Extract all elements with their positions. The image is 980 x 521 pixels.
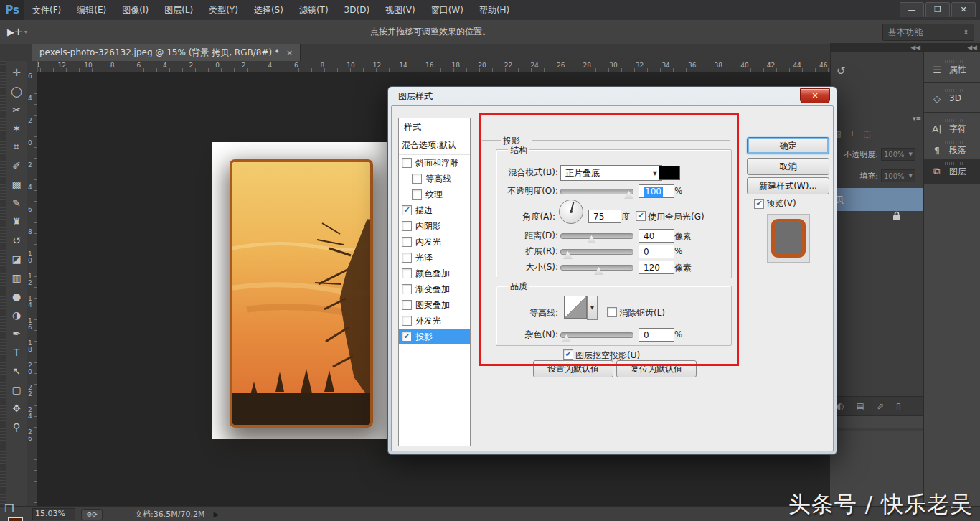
zoom-tool[interactable]: ⚲ bbox=[6, 418, 27, 436]
contour-thumbnail[interactable] bbox=[564, 296, 587, 319]
preview-checkbox[interactable] bbox=[754, 199, 764, 209]
dialog-close-button[interactable]: ✕ bbox=[800, 88, 830, 103]
panel-footer-icon-3[interactable]: ▯ bbox=[896, 401, 901, 411]
minimize-button[interactable]: — bbox=[900, 2, 924, 17]
angle-input[interactable]: 75 bbox=[588, 210, 621, 223]
layers-panel-resize[interactable] bbox=[831, 415, 924, 428]
reset-default-button[interactable]: 复位为默认值 bbox=[616, 360, 697, 377]
hand-tool[interactable]: ✥ bbox=[6, 399, 27, 417]
panel-footer-icon-0[interactable]: ◐ bbox=[837, 401, 844, 411]
workspace-switcher[interactable]: 基本功能 ⇕ bbox=[882, 24, 974, 41]
crop-tool[interactable]: ⌗ bbox=[6, 138, 27, 156]
blur-tool[interactable]: ● bbox=[6, 287, 27, 305]
menu-item-8[interactable]: 视图(V) bbox=[377, 0, 423, 20]
ok-button[interactable]: 确定 bbox=[747, 137, 829, 154]
healing-brush-tool[interactable]: ▩ bbox=[6, 175, 27, 193]
menu-item-7[interactable]: 3D(D) bbox=[336, 0, 377, 20]
lock-option-icon-1[interactable]: T bbox=[849, 129, 854, 139]
vruler-number: 10 bbox=[28, 251, 34, 264]
tab-close-icon[interactable]: × bbox=[286, 48, 293, 57]
gradient-tool[interactable]: ▥ bbox=[6, 268, 27, 286]
set-default-button[interactable]: 设置为默认值 bbox=[533, 360, 613, 377]
angle-dial[interactable] bbox=[559, 200, 583, 224]
restore-button[interactable]: ❐ bbox=[925, 2, 950, 17]
menu-item-0[interactable]: 文件(F) bbox=[24, 0, 69, 20]
shadow-color-swatch[interactable] bbox=[659, 166, 680, 180]
style-item-checkbox[interactable] bbox=[402, 284, 412, 294]
opacity-input[interactable]: 100 bbox=[639, 184, 674, 198]
dodge-tool[interactable]: ◑ bbox=[6, 306, 27, 324]
selected-layer-row[interactable]: 贝 bbox=[831, 188, 924, 211]
hruler-number: 22 bbox=[504, 62, 512, 69]
move-tool[interactable]: ✛ bbox=[6, 63, 27, 81]
opacity-slider[interactable] bbox=[560, 189, 633, 194]
foreground-color-swatch[interactable] bbox=[8, 517, 23, 521]
distance-label: 距离(D): bbox=[492, 230, 558, 242]
noise-slider[interactable] bbox=[560, 332, 633, 338]
history-brush-tool[interactable]: ↺ bbox=[6, 231, 27, 249]
marquee-tool[interactable]: ◯ bbox=[6, 82, 27, 100]
distance-slider[interactable] bbox=[560, 233, 633, 239]
opacity-slider-thumb[interactable] bbox=[624, 191, 633, 199]
menu-item-9[interactable]: 窗口(W) bbox=[423, 0, 471, 20]
size-slider[interactable] bbox=[560, 265, 633, 271]
screen-mode-button[interactable]: ❐ bbox=[4, 502, 14, 515]
menu-item-4[interactable]: 类型(Y) bbox=[201, 0, 246, 20]
panel-footer-icon-1[interactable]: ▤ bbox=[856, 401, 864, 411]
new-style-button[interactable]: 新建样式(W)... bbox=[747, 177, 829, 194]
type-tool[interactable]: T bbox=[6, 343, 27, 361]
menu-item-2[interactable]: 图像(I) bbox=[114, 0, 156, 20]
distance-slider-thumb[interactable] bbox=[587, 235, 596, 243]
panel-collapse-arrows-icon[interactable]: ◀◀ bbox=[831, 43, 924, 52]
dock-collapse-arrows-icon[interactable]: ◀◀ bbox=[924, 43, 980, 52]
style-item-8[interactable]: 渐变叠加 bbox=[399, 281, 470, 297]
menu-item-6[interactable]: 滤镜(T) bbox=[291, 0, 336, 20]
contour-dropdown-arrow[interactable]: ▼ bbox=[587, 296, 598, 320]
eraser-tool[interactable]: ◪ bbox=[6, 250, 27, 268]
noise-input[interactable]: 0 bbox=[639, 328, 674, 342]
clone-stamp-tool[interactable]: ♜ bbox=[6, 212, 27, 230]
pen-tool[interactable]: ✒ bbox=[6, 324, 27, 342]
photo-layer[interactable] bbox=[230, 159, 373, 428]
lock-option-icon-2[interactable]: ⬚ bbox=[863, 129, 870, 139]
blending-options-item[interactable]: 混合选项:默认 bbox=[399, 136, 470, 155]
close-button[interactable]: ✕ bbox=[951, 2, 976, 17]
opacity-field[interactable]: 100% ▼ bbox=[881, 148, 915, 161]
menu-item-5[interactable]: 选择(S) bbox=[246, 0, 291, 20]
history-icon[interactable]: ↺ bbox=[837, 65, 846, 78]
anti-alias-checkbox[interactable] bbox=[607, 307, 617, 317]
dialog-title-bar[interactable]: 图层样式 bbox=[388, 87, 837, 105]
shape-tool[interactable]: ▢ bbox=[6, 380, 27, 398]
brush-tool[interactable]: ✎ bbox=[6, 194, 27, 212]
global-light-checkbox[interactable] bbox=[636, 211, 646, 221]
eyedropper-tool[interactable]: ✐ bbox=[6, 156, 27, 174]
menu-item-1[interactable]: 编辑(E) bbox=[69, 0, 114, 20]
noise-slider-thumb[interactable] bbox=[562, 334, 571, 342]
path-select-tool[interactable]: ↖ bbox=[6, 362, 27, 380]
document-tab[interactable]: pexels-photo-326132.jpeg @ 15% (背景 拷贝, R… bbox=[32, 44, 301, 61]
spread-slider[interactable] bbox=[560, 249, 633, 255]
status-gear-icon[interactable]: ⚙⟳ bbox=[81, 509, 103, 520]
cancel-button[interactable]: 取消 bbox=[747, 158, 829, 175]
panel-menu-icon[interactable]: ▾≡ bbox=[913, 115, 921, 122]
zoom-level-field[interactable]: 15.03% bbox=[32, 508, 75, 520]
panel-footer-icon-2[interactable]: ⬀ bbox=[877, 401, 884, 411]
magic-wand-tool[interactable]: ✶ bbox=[6, 119, 27, 137]
size-input[interactable]: 120 bbox=[639, 260, 674, 274]
lasso-tool[interactable]: ✂ bbox=[6, 100, 27, 118]
size-slider-thumb[interactable] bbox=[594, 267, 603, 275]
current-tool-icon[interactable]: ▶✛ ▾ bbox=[7, 27, 27, 37]
knockout-checkbox[interactable] bbox=[563, 349, 573, 360]
menu-item-3[interactable]: 图层(L) bbox=[156, 0, 201, 20]
distance-input[interactable]: 40 bbox=[639, 229, 674, 243]
blend-mode-dropdown[interactable]: 正片叠底 ▼ bbox=[560, 165, 662, 181]
spread-slider-thumb[interactable] bbox=[563, 251, 573, 259]
layer-lock-icons[interactable]: ▨T⬚ bbox=[834, 129, 880, 139]
status-menu-arrow-icon[interactable]: ▶ bbox=[213, 510, 219, 518]
style-preview-thumbnail bbox=[771, 219, 806, 258]
menu-item-10[interactable]: 帮助(H) bbox=[471, 0, 517, 20]
spread-input[interactable]: 0 bbox=[639, 245, 674, 258]
fill-field[interactable]: 100% ▼ bbox=[881, 169, 915, 182]
dock-grip bbox=[943, 141, 963, 144]
toolbar-grip[interactable] bbox=[0, 61, 6, 506]
